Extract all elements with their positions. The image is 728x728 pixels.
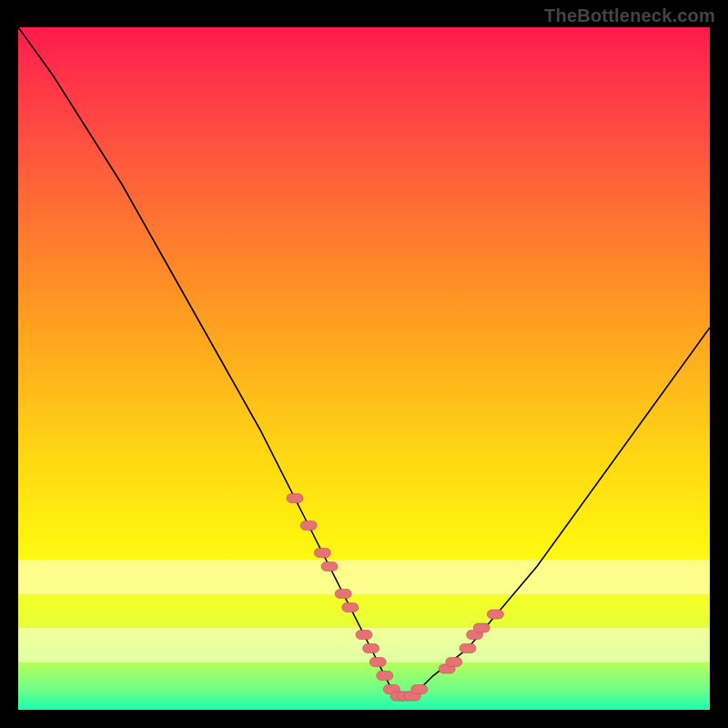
chart-stage: TheBottleneck.com	[0, 0, 728, 728]
curve-marker	[411, 685, 428, 694]
curve-marker	[335, 590, 351, 599]
curve-marker	[287, 494, 303, 503]
curve-marker	[356, 631, 372, 640]
watermark-text: TheBottleneck.com	[544, 5, 715, 26]
curve-marker	[446, 658, 462, 667]
curve-marker	[321, 562, 338, 571]
curve-svg	[18, 27, 710, 710]
curve-marker	[342, 603, 359, 612]
plot-area	[18, 27, 710, 710]
curve-marker	[377, 672, 393, 681]
bottleneck-curve-path	[18, 27, 710, 696]
curve-marker	[460, 644, 476, 653]
curve-marker	[314, 549, 330, 558]
curve-marker	[363, 644, 379, 653]
curve-marker	[487, 610, 503, 619]
curve-marker	[300, 521, 317, 531]
curve-marker	[473, 623, 490, 632]
curve-marker	[369, 658, 386, 667]
marker-layer	[287, 494, 503, 702]
